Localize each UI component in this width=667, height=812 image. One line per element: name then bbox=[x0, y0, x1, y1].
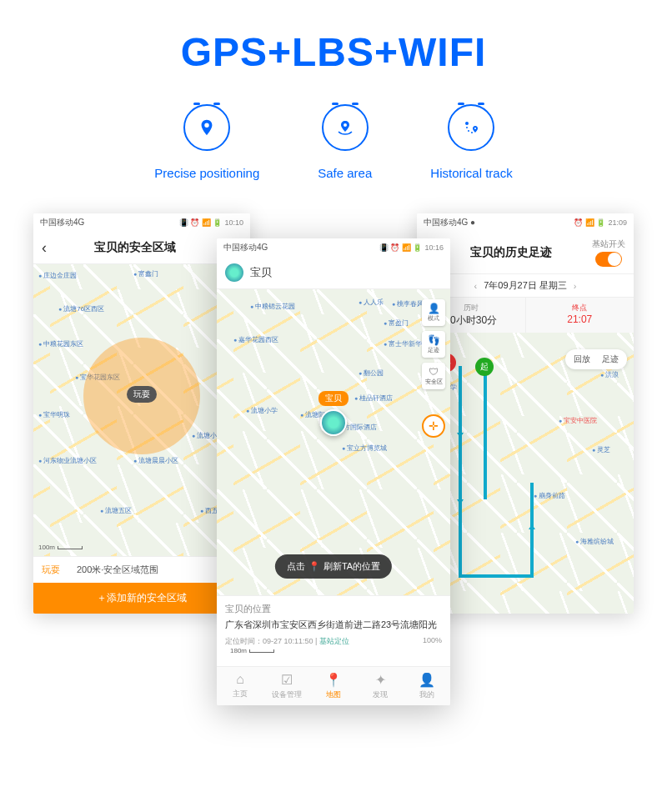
address-text: 广东省深圳市宝安区西乡街道前进二路23号流塘阳光 bbox=[225, 619, 442, 631]
lbs-toggle[interactable] bbox=[595, 252, 622, 267]
track-start-icon: 起 bbox=[475, 358, 494, 376]
feature-row: Precise positioning Safe area Historical… bbox=[0, 104, 667, 180]
discover-icon: ✦ bbox=[375, 672, 386, 688]
tab-devices[interactable]: ☑设备管理 bbox=[263, 667, 310, 705]
track-icon bbox=[448, 104, 494, 151]
feature-label: Precise positioning bbox=[154, 166, 259, 180]
battery-label: 100% bbox=[423, 636, 442, 647]
status-bar: 中国移动4G 📳 ⏰ 📶 🔋 10:10 bbox=[33, 213, 250, 232]
phones-showcase: 中国移动4G 📳 ⏰ 📶 🔋 10:10 ‹ 宝贝的安全区域 庄边金庄园 富鑫门… bbox=[0, 213, 667, 797]
map-poi: 嘉华花园西区 bbox=[233, 335, 278, 344]
next-day-icon[interactable]: › bbox=[574, 281, 577, 291]
endpoint-value: 21:07 bbox=[531, 313, 629, 325]
replay-button[interactable]: 回放 bbox=[574, 353, 590, 365]
home-icon: ⌂ bbox=[236, 672, 244, 687]
track-buttons: 回放 足迹 bbox=[565, 349, 627, 369]
svg-point-1 bbox=[466, 127, 468, 128]
feature-positioning: Precise positioning bbox=[154, 104, 259, 180]
device-icon: ☑ bbox=[281, 672, 293, 688]
map-poi: 翻公园 bbox=[359, 368, 384, 378]
map-poi: 庄边金庄园 bbox=[38, 271, 77, 280]
hero-title: GPS+LBS+WIFI bbox=[0, 0, 667, 75]
map-poi: 富盈门 bbox=[384, 318, 409, 328]
map-poi: 桂品轩酒店 bbox=[354, 393, 393, 403]
map-poi: 流塘76区西区 bbox=[58, 304, 104, 313]
scale-bar: 100m bbox=[38, 544, 83, 551]
nav-title: 宝贝 bbox=[250, 265, 442, 280]
map-poi: 中粮锦云花园 bbox=[250, 302, 295, 311]
nav-bar: 宝贝 bbox=[217, 257, 450, 289]
feature-label: Historical track bbox=[430, 166, 512, 180]
tab-home[interactable]: ⌂主页 bbox=[217, 667, 263, 705]
locate-time: 定位时间：09-27 10:11:50 | 基站定位 bbox=[225, 636, 349, 647]
locate-button[interactable]: ✛ bbox=[422, 414, 445, 438]
svg-point-0 bbox=[465, 122, 469, 125]
map-poi: 崩身前路 bbox=[534, 491, 565, 500]
geofence-pin[interactable]: 玩耍 bbox=[127, 386, 157, 403]
map-poi: 人人乐 bbox=[359, 298, 384, 307]
tab-map[interactable]: 📍地图 bbox=[310, 667, 357, 705]
status-icons: 📳 ⏰ 📶 🔋 10:16 bbox=[379, 243, 444, 252]
tab-bar: ⌂主页 ☑设备管理 📍地图 ✦发现 👤我的 bbox=[217, 666, 450, 705]
feature-track: Historical track bbox=[430, 104, 512, 180]
phone-positioning: 中国移动4G 📳 ⏰ 📶 🔋 10:16 宝贝 中粮锦云花园 嘉华花园西区 流塘… bbox=[217, 238, 450, 705]
nav-title: 宝贝的历史足迹 bbox=[430, 245, 592, 260]
track-button[interactable]: 👣足迹 bbox=[422, 331, 445, 358]
map-poi: 海雅缤纷城 bbox=[575, 537, 614, 546]
map-area[interactable]: 中粮锦云花园 嘉华花园西区 流塘小学 人人乐 桃李春风 富盈门 富士华新华府 宝… bbox=[217, 289, 450, 595]
pin-icon: 📍 bbox=[308, 561, 320, 572]
status-icons: ⏰ 📶 🔋 21:09 bbox=[574, 218, 627, 227]
map-poi: 宝华明珠 bbox=[38, 410, 70, 419]
carrier-label: 中国移动4G ● bbox=[424, 217, 475, 228]
nav-title: 宝贝的安全区域 bbox=[47, 240, 223, 255]
zone-name[interactable]: 玩耍 bbox=[42, 564, 60, 576]
map-poi: 宝立方博览城 bbox=[342, 444, 387, 453]
profile-icon: 👤 bbox=[419, 672, 435, 688]
scale-bar: 180m bbox=[230, 647, 447, 654]
map-poi: 灵芝 bbox=[592, 445, 610, 454]
status-bar: 中国移动4G 📳 ⏰ 📶 🔋 10:16 bbox=[217, 238, 450, 257]
feature-label: Safe area bbox=[318, 166, 372, 180]
tab-discover[interactable]: ✦发现 bbox=[357, 667, 404, 705]
map-poi: 河东物业流塘小区 bbox=[38, 456, 97, 465]
toggle-label: 基站开关 bbox=[592, 238, 625, 250]
safearea-icon bbox=[322, 104, 369, 151]
safezone-button[interactable]: 🛡安全区 bbox=[422, 363, 445, 389]
mode-button[interactable]: 👤模式 bbox=[422, 299, 445, 326]
device-pin[interactable]: 宝贝 bbox=[318, 391, 349, 436]
svg-point-3 bbox=[471, 132, 473, 133]
map-poi: 流塘晨晨小区 bbox=[133, 456, 178, 465]
panel-title: 宝贝的位置 bbox=[225, 603, 442, 615]
map-side-buttons: 👤模式 👣足迹 🛡安全区 bbox=[422, 299, 445, 389]
refresh-button[interactable]: 点击 📍 刷新TA的位置 bbox=[275, 554, 392, 579]
prev-day-icon[interactable]: ‹ bbox=[474, 281, 478, 291]
svg-point-2 bbox=[468, 130, 469, 132]
status-icons: 📳 ⏰ 📶 🔋 10:10 bbox=[179, 218, 243, 227]
map-poi: 富鑫门 bbox=[133, 269, 158, 278]
map-poi: 流塘五区 bbox=[100, 506, 132, 515]
positioning-icon bbox=[183, 104, 230, 151]
date-label: 7年09月27日 星期三 bbox=[484, 279, 567, 292]
location-panel: 宝贝的位置 广东省深圳市宝安区西乡街道前进二路23号流塘阳光 定位时间：09-2… bbox=[217, 595, 450, 666]
map-icon: 📍 bbox=[325, 672, 342, 688]
map-poi: 流塘小学 bbox=[246, 406, 278, 415]
map-poi: 宝安中医院 bbox=[559, 416, 597, 425]
footprint-button[interactable]: 足迹 bbox=[602, 353, 619, 365]
endpoint-label: 终点 bbox=[531, 303, 629, 313]
status-bar: 中国移动4G ● ⏰ 📶 🔋 21:09 bbox=[417, 213, 634, 232]
map-poi: 桃李春风 bbox=[392, 299, 424, 308]
feature-safearea: Safe area bbox=[318, 104, 372, 180]
carrier-label: 中国移动4G bbox=[223, 242, 268, 253]
map-poi: 洪浪 bbox=[600, 370, 619, 379]
map-poi: 中粮花园东区 bbox=[38, 339, 83, 348]
zone-info: 200米·安全区域范围 bbox=[77, 564, 158, 576]
tab-profile[interactable]: 👤我的 bbox=[404, 667, 450, 705]
carrier-label: 中国移动4G bbox=[40, 217, 84, 228]
avatar[interactable] bbox=[225, 263, 243, 282]
